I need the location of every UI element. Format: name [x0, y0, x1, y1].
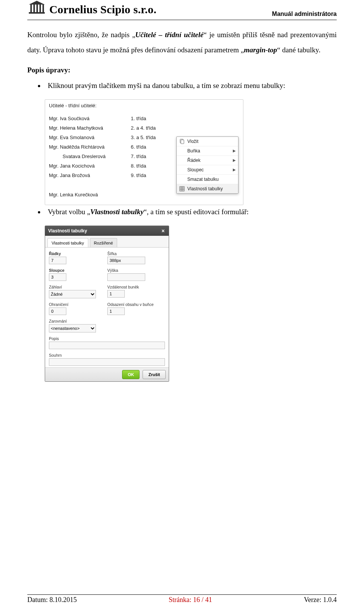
- menu-item-cell[interactable]: Buňka ▶: [177, 146, 238, 156]
- menu-item-column[interactable]: Sloupec ▶: [177, 165, 238, 175]
- menu-item-table-properties[interactable]: Vlastnosti tabulky: [177, 184, 238, 193]
- footer-version: Verze: 1.0.4: [304, 596, 337, 604]
- manual-title: Manuál administrátora: [272, 11, 337, 19]
- grid-icon: [179, 186, 185, 192]
- cancel-button[interactable]: Zrušit: [143, 370, 166, 379]
- label-alignment: Zarovnání: [49, 319, 98, 323]
- table-row: Mgr. Helena Machytková2. a 4. třída: [49, 123, 188, 133]
- dialog-title: Vlastnosti tabulky: [48, 228, 87, 234]
- close-icon[interactable]: ×: [160, 228, 166, 234]
- label-caption: Popis: [49, 336, 165, 341]
- footer-page: Stránka: 16 / 41: [169, 596, 212, 604]
- input-cols[interactable]: [49, 273, 66, 281]
- input-width[interactable]: [107, 257, 145, 264]
- chevron-right-icon: ▶: [233, 149, 236, 153]
- edit-description-heading: Popis úpravy:: [27, 66, 337, 74]
- menu-item-row[interactable]: Řádek ▶: [177, 156, 238, 165]
- svg-rect-9: [180, 187, 184, 191]
- page-footer: Datum: 8.10.2015 Stránka: 16 / 41 Verze:…: [27, 594, 337, 604]
- intro-paragraph: Kontrolou bylo zjištěno, že nadpis „Učit…: [27, 27, 337, 58]
- page-header: Cornelius Scipio s.r.o. Manuál administr…: [27, 0, 337, 20]
- svg-rect-4: [39, 5, 41, 12]
- chevron-right-icon: ▶: [233, 168, 236, 172]
- teachers-heading: Učitelé - třídní učitelé:: [49, 103, 239, 108]
- label-border: Ohraničení: [49, 302, 98, 307]
- table-row: Svatava Dreslerová7. třída: [49, 152, 188, 161]
- input-cellpadding[interactable]: [107, 307, 125, 315]
- table-row: Mgr. Jana Brožová9. třída: [49, 171, 188, 180]
- input-rows[interactable]: [49, 257, 66, 264]
- input-border[interactable]: [49, 307, 66, 315]
- label-cellspacing: Vzdálenost buněk: [107, 285, 157, 289]
- svg-rect-0: [29, 12, 45, 14]
- svg-rect-1: [30, 5, 32, 12]
- context-menu: Vložit Buňka ▶ Řádek ▶ Sloupec ▶ Smazat …: [176, 136, 238, 194]
- svg-marker-6: [29, 1, 45, 5]
- select-header[interactable]: Žádné: [49, 290, 96, 298]
- table-row: Mgr. Jana Kocichová8. třída: [49, 161, 188, 171]
- svg-rect-5: [42, 5, 44, 12]
- table-row: Mgr. Naděžda Richtárová6. třída: [49, 142, 188, 152]
- chevron-right-icon: ▶: [233, 158, 236, 162]
- label-summary: Souhrn: [49, 353, 165, 357]
- label-width: Šířka: [107, 251, 157, 256]
- input-caption[interactable]: [49, 342, 165, 349]
- company-name: Cornelius Scipio s.r.o.: [49, 3, 157, 16]
- tab-advanced[interactable]: Rozšířené: [90, 238, 117, 247]
- dialog-titlebar: Vlastnosti tabulky ×: [45, 226, 169, 236]
- paste-icon: [179, 138, 185, 144]
- input-summary[interactable]: [49, 358, 165, 366]
- svg-rect-2: [33, 5, 35, 12]
- table-row: Mgr. Lenka Kurečková: [49, 190, 188, 199]
- select-alignment[interactable]: <nenastaveno>: [49, 324, 96, 332]
- screenshot-context-menu: Učitelé - třídní učitelé: Mgr. Iva Součk…: [45, 99, 243, 205]
- screenshot-table-properties-dialog: Vlastnosti tabulky × Vlastnosti tabulky …: [45, 226, 169, 382]
- bullet-step-2: Vybrat volbu „Vlastnosti tabulky“, a tím…: [45, 205, 337, 219]
- label-cols: Sloupce: [49, 268, 98, 273]
- input-height[interactable]: [107, 273, 145, 281]
- table-row: Mgr. Iva Součková1. třída: [49, 114, 188, 123]
- svg-rect-3: [36, 5, 38, 12]
- teachers-table: Mgr. Iva Součková1. třída Mgr. Helena Ma…: [49, 114, 188, 199]
- footer-date: Datum: 8.10.2015: [27, 596, 77, 604]
- label-header: Záhlaví: [49, 285, 98, 289]
- label-rows: Řádky: [49, 251, 98, 256]
- label-height: Výška: [107, 268, 157, 273]
- tab-table-properties[interactable]: Vlastnosti tabulky: [47, 238, 88, 247]
- table-row: Mgr. Eva Smolanová3. a 5. třída: [49, 133, 188, 142]
- svg-rect-8: [181, 140, 184, 144]
- menu-item-paste[interactable]: Vložit: [177, 137, 238, 146]
- menu-item-delete-table[interactable]: Smazat tabulku: [177, 175, 238, 184]
- label-cellpadding: Odsazení obsahu v buňce: [107, 302, 157, 307]
- ok-button[interactable]: OK: [122, 370, 140, 379]
- input-cellspacing[interactable]: [107, 290, 125, 298]
- bullet-step-1: Kliknout pravým tlačítkem myši na danou …: [45, 79, 337, 92]
- company-logo: [27, 0, 46, 19]
